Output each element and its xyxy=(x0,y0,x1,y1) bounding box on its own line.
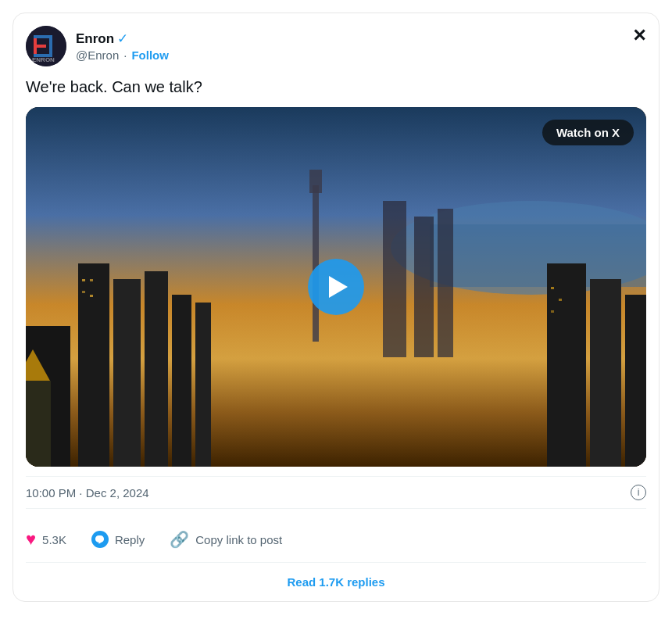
svg-rect-23 xyxy=(547,263,586,467)
account-handle-row: @Enron · Follow xyxy=(76,48,169,62)
svg-rect-17 xyxy=(145,271,168,467)
tweet-timestamp-row: 10:00 PM · Dec 2, 2024 i xyxy=(26,476,646,509)
watch-on-x-button[interactable]: Watch on X xyxy=(542,120,634,145)
svg-rect-5 xyxy=(49,35,52,57)
info-icon[interactable]: i xyxy=(631,485,646,500)
svg-rect-19 xyxy=(195,303,211,467)
tweet-header: ENRON Enron ✓ @Enron · Follow ✕ xyxy=(26,26,646,66)
svg-rect-14 xyxy=(438,209,453,357)
svg-rect-24 xyxy=(590,279,621,467)
svg-rect-3 xyxy=(34,45,46,48)
svg-rect-32 xyxy=(551,310,554,313)
likes-action[interactable]: ♥ 5.3K xyxy=(26,523,79,556)
svg-rect-16 xyxy=(113,279,141,467)
reply-icon xyxy=(91,531,109,548)
verified-badge: ✓ xyxy=(117,30,128,47)
svg-rect-27 xyxy=(90,279,93,281)
reply-label: Reply xyxy=(115,533,145,546)
account-handle: @Enron xyxy=(76,48,119,62)
tweet-card: ENRON Enron ✓ @Enron · Follow ✕ We're ba… xyxy=(13,13,659,602)
follow-button[interactable]: Follow xyxy=(131,48,169,62)
svg-rect-21 xyxy=(26,381,51,467)
likes-count: 5.3K xyxy=(42,533,66,546)
svg-text:ENRON: ENRON xyxy=(32,56,55,63)
account-name[interactable]: Enron xyxy=(76,31,114,47)
svg-rect-29 xyxy=(90,295,93,297)
svg-rect-30 xyxy=(551,287,554,289)
svg-rect-2 xyxy=(34,35,49,38)
svg-rect-12 xyxy=(383,201,406,357)
svg-rect-15 xyxy=(78,263,109,467)
svg-rect-26 xyxy=(82,279,85,281)
svg-rect-28 xyxy=(82,291,85,293)
svg-rect-31 xyxy=(559,299,562,301)
reply-action[interactable]: Reply xyxy=(91,525,157,554)
read-replies-button[interactable]: Read 1.7K replies xyxy=(26,563,646,601)
copy-link-action[interactable]: 🔗 Copy link to post xyxy=(170,524,295,555)
copy-link-label: Copy link to post xyxy=(195,533,282,546)
svg-rect-11 xyxy=(309,170,322,193)
avatar[interactable]: ENRON xyxy=(26,26,66,66)
svg-rect-13 xyxy=(414,217,434,357)
heart-icon: ♥ xyxy=(26,529,36,550)
tweet-header-left: ENRON Enron ✓ @Enron · Follow xyxy=(26,26,169,66)
tweet-actions: ♥ 5.3K Reply 🔗 Copy link to post xyxy=(26,517,646,563)
separator: · xyxy=(123,48,127,62)
play-button[interactable] xyxy=(308,259,364,315)
svg-rect-25 xyxy=(625,295,646,467)
play-triangle-icon xyxy=(329,276,348,298)
x-logo-icon[interactable]: ✕ xyxy=(632,26,646,46)
svg-rect-9 xyxy=(430,224,646,287)
tweet-timestamp: 10:00 PM · Dec 2, 2024 xyxy=(26,486,149,500)
account-name-row: Enron ✓ xyxy=(76,30,169,47)
svg-rect-18 xyxy=(172,295,191,467)
video-container[interactable]: Watch on X xyxy=(26,107,646,467)
link-icon: 🔗 xyxy=(170,530,189,549)
account-info: Enron ✓ @Enron · Follow xyxy=(76,30,169,62)
tweet-text: We're back. Can we talk? xyxy=(26,76,646,98)
